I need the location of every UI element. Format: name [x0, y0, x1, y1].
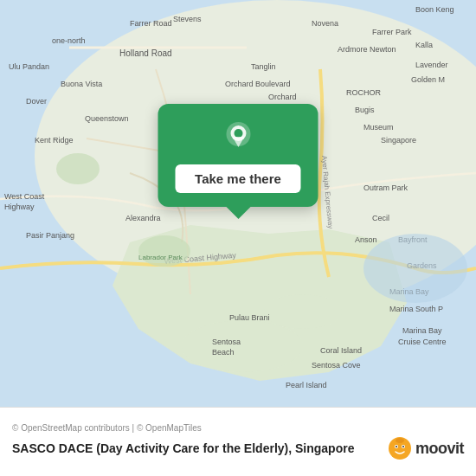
svg-text:Museum: Museum — [363, 123, 394, 132]
svg-text:Anson: Anson — [355, 235, 377, 244]
svg-text:Pearl Island: Pearl Island — [286, 381, 327, 389]
svg-point-12 — [138, 235, 190, 267]
svg-text:Boon Keng: Boon Keng — [415, 5, 454, 14]
bottom-info-bar: © OpenStreetMap contributors | © OpenMap… — [0, 407, 476, 476]
svg-text:Ulu Pandan: Ulu Pandan — [9, 62, 49, 71]
svg-text:Kent Ridge: Kent Ridge — [35, 136, 74, 145]
svg-text:Sentosa: Sentosa — [212, 338, 241, 346]
svg-point-4 — [264, 294, 342, 329]
svg-text:Cruise Centre: Cruise Centre — [398, 338, 447, 346]
svg-text:Beach: Beach — [212, 348, 235, 357]
svg-text:Tanglin: Tanglin — [251, 62, 276, 71]
svg-text:Holland Road: Holland Road — [119, 48, 172, 58]
map-view: Holland Road Queenstown Alexandra West C… — [0, 0, 476, 407]
svg-text:Pasir Panjang: Pasir Panjang — [26, 231, 74, 240]
svg-text:Cecil: Cecil — [372, 214, 389, 222]
svg-text:Stevens: Stevens — [173, 15, 202, 23]
moovit-icon — [388, 436, 412, 460]
svg-text:Buona Vista: Buona Vista — [61, 80, 102, 88]
take-me-there-button[interactable]: Take me there — [176, 164, 301, 193]
svg-point-63 — [396, 438, 404, 443]
svg-text:Coral Island: Coral Island — [320, 346, 362, 355]
svg-point-61 — [396, 446, 397, 447]
svg-text:Kalla: Kalla — [415, 41, 433, 49]
svg-text:Sentosa Cove: Sentosa Cove — [312, 361, 361, 370]
svg-text:Novena: Novena — [312, 19, 338, 28]
svg-text:Alexandra: Alexandra — [125, 214, 161, 222]
svg-text:ROCHOR: ROCHOR — [346, 88, 381, 97]
svg-point-53 — [363, 234, 467, 303]
svg-text:one-north: one-north — [52, 36, 86, 45]
svg-text:Marina Bay: Marina Bay — [402, 326, 442, 335]
svg-text:Dover: Dover — [26, 97, 47, 106]
pin-icon — [220, 119, 256, 156]
svg-text:Orchard Boulevard: Orchard Boulevard — [225, 80, 291, 88]
svg-text:Labrador Park: Labrador Park — [138, 254, 183, 261]
location-name: SASCO DACE (Day Activity Care for the El… — [12, 441, 388, 455]
svg-point-3 — [182, 320, 303, 372]
moovit-branding: moovit — [388, 436, 464, 460]
moovit-label: moovit — [415, 440, 464, 458]
map-attribution: © OpenStreetMap contributors | © OpenMap… — [12, 423, 464, 433]
svg-text:West Coast: West Coast — [4, 192, 45, 201]
location-popup: Take me there — [158, 104, 318, 207]
svg-text:Singapore: Singapore — [381, 136, 416, 145]
svg-text:Outram Park: Outram Park — [363, 183, 408, 192]
svg-point-56 — [234, 129, 242, 138]
svg-point-11 — [56, 153, 100, 184]
svg-text:Farrer Road: Farrer Road — [130, 19, 172, 28]
svg-text:Ardmore Newton: Ardmore Newton — [338, 45, 396, 54]
svg-text:Highway: Highway — [4, 203, 35, 211]
svg-text:Pulau Brani: Pulau Brani — [229, 313, 270, 322]
svg-point-62 — [402, 446, 404, 447]
svg-text:Orchard: Orchard — [268, 93, 297, 101]
svg-text:Queenstown: Queenstown — [85, 114, 129, 123]
svg-text:Bugis: Bugis — [355, 106, 375, 114]
svg-text:Marina South P: Marina South P — [389, 305, 443, 313]
svg-text:Golden M: Golden M — [411, 75, 445, 84]
svg-text:Farrer Park: Farrer Park — [372, 28, 412, 36]
svg-text:Lavender: Lavender — [415, 61, 448, 69]
